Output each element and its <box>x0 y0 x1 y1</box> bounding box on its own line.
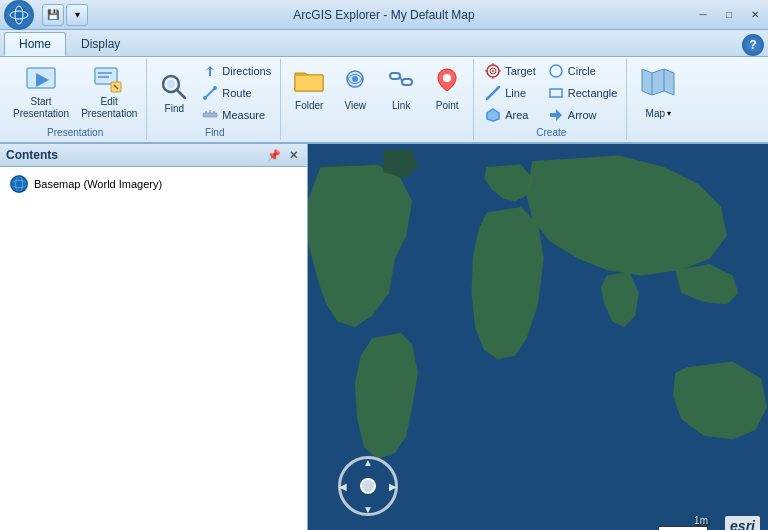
route-icon <box>202 85 218 101</box>
close-panel-button[interactable]: ✕ <box>285 147 301 163</box>
ribbon-group-map: Map ▾ <box>629 59 687 140</box>
measure-button[interactable]: Measure <box>197 105 276 125</box>
svg-point-26 <box>443 74 451 82</box>
maximize-button[interactable]: □ <box>716 6 742 24</box>
directions-icon <box>202 63 218 79</box>
layer-name: Basemap (World Imagery) <box>34 178 162 190</box>
pin-button[interactable]: 📌 <box>266 147 282 163</box>
point-icon <box>432 65 462 100</box>
close-button[interactable]: ✕ <box>742 6 768 24</box>
target-button[interactable]: Target <box>480 61 541 81</box>
nav-right-arrow[interactable]: ▶ <box>389 481 397 492</box>
svg-point-0 <box>10 6 28 24</box>
title-bar: 💾 ▾ ArcGIS Explorer - My Default Map ─ □… <box>0 0 768 30</box>
arrow-label: Arrow <box>568 109 597 121</box>
line-icon <box>485 85 501 101</box>
svg-rect-23 <box>390 73 400 79</box>
line-label: Line <box>505 87 526 99</box>
target-label: Target <box>505 65 536 77</box>
svg-rect-24 <box>402 79 412 85</box>
route-button[interactable]: Route <box>197 83 276 103</box>
area-button[interactable]: Area <box>480 105 541 125</box>
scale-label: 1m <box>694 515 708 526</box>
measure-label: Measure <box>222 109 265 121</box>
find-buttons: Find Directions <box>153 61 276 125</box>
tab-display[interactable]: Display <box>66 32 135 56</box>
line-button[interactable]: Line <box>480 83 541 103</box>
folder-label: Folder <box>295 100 323 111</box>
start-presentation-label: StartPresentation <box>13 96 69 120</box>
edit-presentation-button[interactable]: EditPresentation <box>76 61 142 123</box>
scale-bar <box>658 526 708 530</box>
svg-marker-38 <box>550 109 562 121</box>
target-icon <box>485 63 501 79</box>
contents-title: Contents <box>6 148 58 162</box>
tab-home[interactable]: Home <box>4 32 66 56</box>
find-button[interactable]: Find <box>153 61 195 125</box>
nav-ring: ▲ ▼ ◀ ▶ <box>338 456 398 516</box>
help-button[interactable]: ? <box>742 34 764 56</box>
contents-header: Contents 📌 ✕ <box>0 144 307 167</box>
map-dropdown-icon: ▾ <box>667 109 671 118</box>
view-label: View <box>344 100 366 111</box>
find-label: Find <box>165 103 184 115</box>
link-button[interactable]: Link <box>379 61 423 115</box>
svg-line-25 <box>400 76 402 82</box>
window-title: ArcGIS Explorer - My Default Map <box>293 8 474 22</box>
svg-point-16 <box>213 86 217 90</box>
start-presentation-button[interactable]: StartPresentation <box>8 61 74 123</box>
folder-button[interactable]: Folder <box>287 61 331 115</box>
circle-button[interactable]: Circle <box>543 61 623 81</box>
view-button[interactable]: View <box>333 61 377 115</box>
ribbon-group-find: Find Directions <box>149 59 281 140</box>
arrow-button[interactable]: Arrow <box>543 105 623 125</box>
link-label: Link <box>392 100 410 111</box>
rectangle-label: Rectangle <box>568 87 618 99</box>
start-presentation-icon <box>25 64 57 96</box>
rectangle-button[interactable]: Rectangle <box>543 83 623 103</box>
directions-label: Directions <box>222 65 271 77</box>
svg-rect-37 <box>550 89 562 97</box>
ribbon-tabs: Home Display ? <box>0 30 768 57</box>
directions-button[interactable]: Directions <box>197 61 276 81</box>
esri-logo: esri <box>725 516 760 530</box>
map-icon <box>640 65 676 108</box>
svg-line-34 <box>487 87 499 99</box>
app-logo <box>4 0 34 30</box>
ribbon-group-create: Target Line Area <box>476 59 627 140</box>
map-view[interactable]: ▲ ▼ ◀ ▶ 1m esri Source: ESRI, i-cubed, U… <box>308 144 768 530</box>
create-left-group: Target Line Area <box>480 61 541 125</box>
area-label: Area <box>505 109 528 121</box>
area-icon <box>485 107 501 123</box>
nav-center <box>360 478 376 494</box>
dropdown-button[interactable]: ▾ <box>66 4 88 26</box>
contents-panel: Contents 📌 ✕ Basemap (World Imagery) <box>0 144 308 530</box>
svg-point-29 <box>492 70 494 72</box>
svg-marker-39 <box>642 69 674 95</box>
window-controls: ─ □ ✕ <box>690 6 768 24</box>
nav-down-arrow[interactable]: ▼ <box>363 504 373 515</box>
list-item[interactable]: Basemap (World Imagery) <box>6 173 301 195</box>
navigation-widget[interactable]: ▲ ▼ ◀ ▶ <box>338 456 398 516</box>
nav-up-arrow[interactable]: ▲ <box>363 457 373 468</box>
svg-line-11 <box>177 90 185 98</box>
scale-bar-container: 1m <box>658 515 708 530</box>
presentation-group-label: Presentation <box>8 125 142 138</box>
folder-icon <box>294 65 324 100</box>
svg-point-36 <box>550 65 562 77</box>
link-icon <box>386 65 416 100</box>
ribbon: StartPresentation EditPresentation Prese… <box>0 57 768 144</box>
layer-globe-icon <box>10 175 28 193</box>
point-button[interactable]: Point <box>425 61 469 115</box>
measure-icon <box>202 107 218 123</box>
svg-marker-35 <box>487 109 499 121</box>
create-group-label: Create <box>480 125 622 138</box>
save-button[interactable]: 💾 <box>42 4 64 26</box>
svg-point-15 <box>203 96 207 100</box>
point-label: Point <box>436 100 459 111</box>
svg-point-22 <box>352 76 358 82</box>
map-button[interactable]: Map ▾ <box>633 61 683 123</box>
circle-icon <box>548 63 564 79</box>
nav-left-arrow[interactable]: ◀ <box>339 481 347 492</box>
minimize-button[interactable]: ─ <box>690 6 716 24</box>
